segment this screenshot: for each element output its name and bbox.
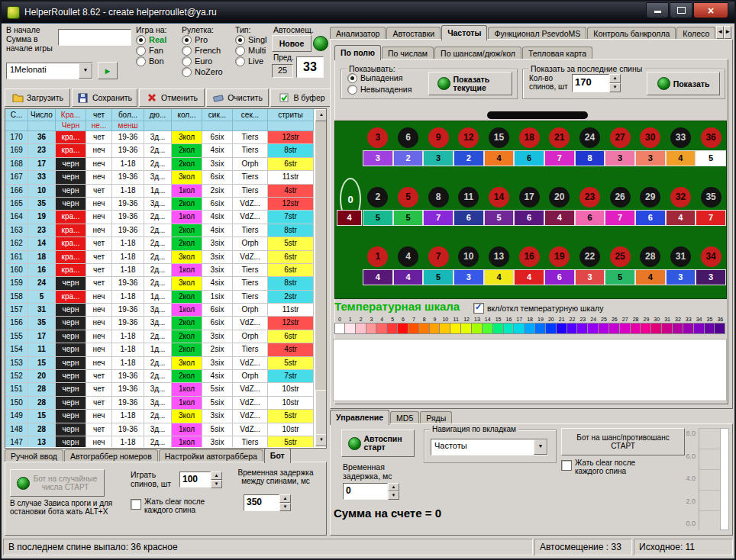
field-number-cell[interactable]: 8 xyxy=(423,184,454,210)
field-number-cell[interactable]: 14 xyxy=(484,184,515,210)
clear-button[interactable]: Очистить xyxy=(206,89,269,107)
profile-combobox[interactable]: 1Melonati xyxy=(6,63,93,79)
radio-euro[interactable]: Euro xyxy=(182,56,223,66)
tab-bankroll[interactable]: Контроль банкролла xyxy=(587,27,676,40)
tab-frequencies[interactable]: Частоты xyxy=(441,25,487,40)
field-number-cell[interactable]: 34 xyxy=(696,243,726,269)
radio-misses[interactable]: Невыпадения xyxy=(347,84,412,95)
field-number-cell[interactable]: 23 xyxy=(575,184,605,210)
field-number-cell[interactable]: 29 xyxy=(635,184,666,210)
tab-grabber-settings[interactable]: Настройки автограббера xyxy=(159,449,263,462)
tab-autobets[interactable]: Автоставки xyxy=(386,27,441,40)
table-row[interactable]: 15731черннеч19-363д...1кол6sixOrph11str xyxy=(5,304,314,317)
radio-bon[interactable]: Bon xyxy=(136,56,167,66)
table-row[interactable]: 14915черннеч1-182д...3кол3sixVdZ...5str xyxy=(5,410,314,423)
table-row[interactable]: 15220чернчет19-362д...2кол4sixOrph7str xyxy=(5,370,314,383)
table-row[interactable]: 16419кра...неч19-362д...1кол4sixVdZ...7s… xyxy=(5,211,314,224)
field-number-cell[interactable]: 2 xyxy=(363,184,393,210)
arrow-up-icon[interactable] xyxy=(279,494,291,503)
tab-scroll-right-icon[interactable] xyxy=(724,26,731,39)
field-number-cell[interactable]: 12 xyxy=(454,124,484,150)
table-row[interactable]: 14828чернчет19-363д...1кол5sixVdZ...10st… xyxy=(5,423,314,436)
arrow-up-icon[interactable] xyxy=(609,74,621,83)
field-number-cell[interactable]: 18 xyxy=(514,124,544,150)
tab-number-grabber[interactable]: Автограббер номеров xyxy=(64,449,158,462)
subtab-heatmap[interactable]: Тепловая карта xyxy=(522,47,592,60)
table-row[interactable]: 16118кра...чет1-182д...3кол3sixVdZ...6st… xyxy=(5,251,314,264)
field-number-cell[interactable]: 30 xyxy=(635,124,666,150)
radio-hits[interactable]: Выпадения xyxy=(347,72,402,83)
subtab-by-numbers[interactable]: По числам xyxy=(382,47,434,60)
start-sum-input[interactable] xyxy=(58,29,131,46)
radio-french[interactable]: French xyxy=(182,45,223,56)
radio-singl[interactable]: Singl xyxy=(235,34,266,45)
table-row[interactable]: 16535черннеч19-363д...2кол6sixVdZ...12st… xyxy=(5,198,314,211)
table-row[interactable]: 1585кра...неч1-181д...2кол1sixTiers2str xyxy=(5,291,314,304)
tab-scroll-left-icon[interactable] xyxy=(716,26,724,39)
table-row[interactable]: 15635черннеч19-363д...2кол6sixVdZ...12st… xyxy=(5,317,314,330)
subtab-by-chances[interactable]: По шансам/дюж/кол xyxy=(434,47,521,60)
chance-bot-start-button[interactable]: Бот на шанс/противошанс СТАРТ xyxy=(561,428,685,455)
clear-after-spin-checkbox[interactable]: Жать clear после каждого спина xyxy=(561,459,660,475)
table-row[interactable]: 17036кра...чет19-363д...3кол6sixTiers12s… xyxy=(5,131,314,144)
field-number-cell[interactable]: 36 xyxy=(696,124,726,150)
table-row[interactable]: 16923кра...неч19-362д...2кол4sixTiers8st… xyxy=(5,144,314,157)
arrow-up-icon[interactable] xyxy=(211,471,222,480)
field-number-cell[interactable]: 6 xyxy=(393,124,424,150)
table-row[interactable]: 16817черннеч1-182д...2кол3sixOrph6str xyxy=(5,158,314,171)
radio-live[interactable]: Live xyxy=(235,56,266,66)
field-number-cell[interactable]: 27 xyxy=(605,124,635,150)
field-number-cell[interactable]: 26 xyxy=(605,184,635,210)
chevron-down-icon[interactable] xyxy=(79,63,92,79)
table-row[interactable]: 16323кра...неч19-362д...2кол4sixTiers8st… xyxy=(5,224,314,237)
table-row[interactable]: 16016кра...чет1-182д...1кол3sixTiers6str xyxy=(5,264,314,277)
clear-after-spin-checkbox[interactable]: Жать clear после каждого спина xyxy=(131,497,226,514)
table-row[interactable]: 16610чернчет1-181д...1кол2sixTiers4str xyxy=(5,185,314,198)
temp-scale-checkbox[interactable]: вкл/откл температурную шкалу xyxy=(473,303,603,314)
tab-bot[interactable]: Бот xyxy=(264,448,291,463)
table-row[interactable]: 15517черннеч1-182д...2кол3sixOrph6str xyxy=(5,330,314,343)
arrow-down-icon[interactable] xyxy=(388,491,399,500)
show-button[interactable]: Показать xyxy=(647,72,720,95)
radio-real[interactable]: Real xyxy=(136,34,167,45)
delay-stepper[interactable]: 0 xyxy=(343,483,399,500)
undo-button[interactable]: Отменить xyxy=(139,89,205,107)
field-number-cell[interactable]: 4 xyxy=(393,243,424,269)
tab-rows[interactable]: Ряды xyxy=(420,411,452,424)
scroll-down-icon[interactable] xyxy=(315,434,327,446)
arrow-down-icon[interactable] xyxy=(609,83,621,92)
field-number-cell[interactable]: 24 xyxy=(575,124,605,150)
chevron-down-icon[interactable] xyxy=(534,439,547,455)
field-number-cell[interactable]: 21 xyxy=(544,124,575,150)
table-row[interactable]: 15028чернчет19-363д...1кол5sixVdZ...10st… xyxy=(5,397,314,410)
field-number-cell[interactable]: 16 xyxy=(514,243,544,269)
delay-stepper[interactable]: 350 xyxy=(244,494,291,511)
spins-stepper[interactable]: 100 xyxy=(179,471,222,488)
arrow-down-icon[interactable] xyxy=(279,503,291,511)
radio-pro[interactable]: Pro xyxy=(182,34,223,45)
close-button[interactable]: × xyxy=(693,2,728,18)
tab-manual-input[interactable]: Ручной ввод xyxy=(5,449,63,462)
random-bot-start-button[interactable]: Бот на случайные числа СТАРТ xyxy=(10,469,105,497)
autospin-start-button[interactable]: Автоспин старт xyxy=(341,430,415,457)
field-number-cell[interactable]: 22 xyxy=(575,243,605,269)
radio-fan[interactable]: Fan xyxy=(136,45,167,56)
spin-count-stepper[interactable]: 170 xyxy=(572,74,621,92)
buffer-button[interactable]: В буфер xyxy=(270,89,333,107)
field-number-cell[interactable]: 5 xyxy=(393,184,424,210)
arrow-up-icon[interactable] xyxy=(388,483,399,491)
table-row[interactable]: 15411черннеч1-181д...2кол2sixTiers4str xyxy=(5,343,314,356)
show-current-button[interactable]: Показать текущие xyxy=(428,72,512,95)
field-number-cell[interactable]: 9 xyxy=(423,124,454,150)
tab-wheel[interactable]: Колесо xyxy=(676,27,715,40)
field-number-cell[interactable]: 19 xyxy=(544,243,575,269)
title-bar[interactable]: HelperRoullet 8.62 - create helperroulle… xyxy=(2,2,734,24)
field-number-cell[interactable]: 31 xyxy=(666,243,696,269)
subtab-by-field[interactable]: По полю xyxy=(334,45,381,60)
field-number-cell[interactable]: 3 xyxy=(363,124,393,150)
field-number-cell[interactable]: 13 xyxy=(484,243,515,269)
load-button[interactable]: Загрузить xyxy=(5,89,70,107)
minimize-button[interactable] xyxy=(646,2,669,18)
field-number-cell[interactable]: 35 xyxy=(696,184,726,210)
field-number-cell[interactable]: 7 xyxy=(423,243,454,269)
